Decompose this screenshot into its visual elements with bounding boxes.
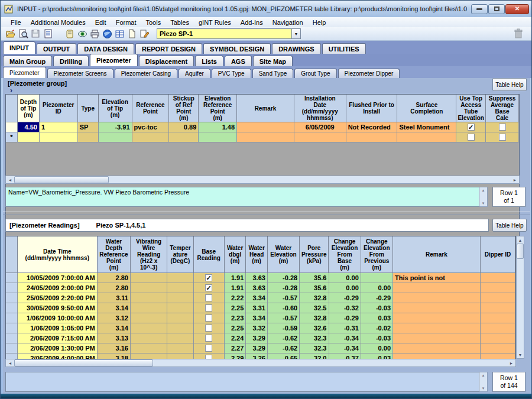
dipper-id-cell[interactable] xyxy=(481,273,515,283)
surface-completion-cell[interactable]: Steel Monument xyxy=(397,122,456,132)
scroll-right-icon[interactable]: ► xyxy=(511,176,519,183)
water-head-cell[interactable]: 3.63 xyxy=(246,283,268,293)
scroll-left-icon[interactable]: ◄ xyxy=(6,359,14,366)
water-depth-ref-cell[interactable]: 3.13 xyxy=(98,333,131,343)
depth-of-tip-cell[interactable]: 4.50 xyxy=(18,122,40,132)
water-head-cell[interactable]: 3.29 xyxy=(246,343,268,353)
change-from-base-cell[interactable]: -0.31 xyxy=(329,323,361,333)
table-help-button-group[interactable]: Table Help xyxy=(492,78,527,91)
table-icon[interactable] xyxy=(113,28,125,40)
tab-main[interactable]: REPORT DESIGN xyxy=(135,43,202,54)
date-time-cell[interactable]: 1/06/2009 1:05:00 PM xyxy=(18,323,98,333)
remark-cell[interactable] xyxy=(393,323,481,333)
column-header[interactable]: Suppress Average Base Calc xyxy=(486,95,519,122)
suppress-average-checkbox[interactable] xyxy=(499,124,506,131)
pore-pressure-cell[interactable]: 32.5 xyxy=(300,303,329,313)
water-depth-ref-cell[interactable]: 3.14 xyxy=(98,303,131,313)
column-header[interactable]: Water dbgl (m) xyxy=(225,236,246,273)
row-selector[interactable] xyxy=(6,313,18,323)
column-header[interactable]: Remark xyxy=(237,95,294,122)
water-depth-ref-cell[interactable]: 3.11 xyxy=(98,293,131,303)
type-cell[interactable]: SP xyxy=(78,122,99,132)
column-header[interactable]: Water Elevation (m) xyxy=(268,236,300,273)
water-head-cell[interactable]: 3.29 xyxy=(246,333,268,343)
remark-cell[interactable] xyxy=(393,313,481,323)
water-depth-ref-cell[interactable]: 2.80 xyxy=(98,273,131,283)
tab-sub[interactable]: Piezometer xyxy=(3,67,46,78)
globe-icon[interactable] xyxy=(101,28,113,40)
water-dbgl-cell[interactable]: 2.25 xyxy=(225,323,246,333)
table-row[interactable]: 10/05/2009 7:00:00 AM 2.80 1.91 3.63 -0.… xyxy=(6,273,515,283)
pane-splitter[interactable] xyxy=(3,212,530,215)
tab-sub[interactable]: Grout Type xyxy=(294,69,336,78)
remark-cell[interactable] xyxy=(393,283,481,293)
temperature-cell[interactable] xyxy=(167,283,193,293)
combo-dropdown-icon[interactable]: ▼ xyxy=(291,29,300,38)
elevation-of-tip-cell[interactable]: -3.91 xyxy=(99,122,132,132)
readings-horizontal-scrollbar[interactable]: ◄ ► xyxy=(5,359,516,367)
tab-main[interactable]: DRAWINGS xyxy=(272,43,321,54)
status-scrollbar[interactable]: ▲▼ xyxy=(479,372,488,392)
pore-pressure-cell[interactable]: 32.6 xyxy=(300,323,329,333)
date-time-cell[interactable]: 2/06/2009 7:15:00 AM xyxy=(18,333,98,343)
minimize-button[interactable] xyxy=(471,4,488,14)
date-time-cell[interactable]: 24/05/2009 2:00:00 PM xyxy=(18,283,98,293)
script-icon[interactable] xyxy=(64,28,76,40)
remark-cell[interactable] xyxy=(393,343,481,353)
tab-sub[interactable]: Piezometer Casing xyxy=(115,69,177,78)
tab-group[interactable]: Lists xyxy=(195,56,223,66)
scroll-right-icon[interactable]: ► xyxy=(507,359,515,366)
scroll-left-icon[interactable]: ◄ xyxy=(6,176,14,183)
vibrating-wire-cell[interactable] xyxy=(131,283,167,293)
water-dbgl-cell[interactable]: 2.22 xyxy=(225,293,246,303)
vibrating-wire-cell[interactable] xyxy=(131,303,167,313)
row-selector[interactable] xyxy=(6,122,18,132)
tab-group[interactable]: Drilling xyxy=(53,56,89,66)
water-depth-ref-cell[interactable]: 3.12 xyxy=(98,313,131,323)
new-file-icon[interactable] xyxy=(126,28,138,40)
table-row[interactable]: 1/06/2009 10:00:00 AM 3.12 2.23 3.34 -0.… xyxy=(6,313,515,323)
table-row[interactable]: 30/05/2009 9:50:00 AM 3.14 2.25 3.31 -0.… xyxy=(6,303,515,313)
close-button[interactable]: ✕ xyxy=(505,4,529,14)
change-from-base-cell[interactable]: -0.34 xyxy=(329,333,361,343)
column-header[interactable]: Use Top Access Tube Elevation xyxy=(456,95,486,122)
column-header[interactable]: Elevation of Tip (m) xyxy=(99,95,132,122)
delete-icon[interactable] xyxy=(512,28,524,40)
base-reading-checkbox[interactable] xyxy=(205,335,212,342)
reference-point-cell[interactable]: pvc-toc xyxy=(132,122,170,132)
water-elevation-cell[interactable]: -0.62 xyxy=(268,333,300,343)
column-header[interactable]: Date Time (dd/mm/yyyy hhmmss) xyxy=(18,236,98,273)
tab-sub[interactable]: Aquifer xyxy=(179,69,210,78)
piezometer-select[interactable]: Piezo SP-1 ▼ xyxy=(157,28,301,39)
temperature-cell[interactable] xyxy=(167,303,193,313)
water-depth-ref-cell[interactable]: 2.80 xyxy=(98,283,131,293)
dipper-id-cell[interactable] xyxy=(481,293,515,303)
change-from-previous-cell[interactable] xyxy=(361,273,393,283)
change-from-previous-cell[interactable]: -0.03 xyxy=(361,303,393,313)
column-header[interactable]: Installation Date (dd/mm/yyyy hhmmss) xyxy=(294,95,346,122)
change-from-base-cell[interactable]: 0.00 xyxy=(329,273,361,283)
vibrating-wire-cell[interactable] xyxy=(131,313,167,323)
tab-group[interactable]: AGS xyxy=(225,56,252,66)
temperature-cell[interactable] xyxy=(167,313,193,323)
base-reading-cell[interactable] xyxy=(194,303,225,313)
pore-pressure-cell[interactable]: 32.3 xyxy=(300,333,329,343)
table-row[interactable]: 2/06/2009 7:15:00 AM 3.13 2.24 3.29 -0.6… xyxy=(6,333,515,343)
column-header[interactable]: Water Head (m) xyxy=(246,236,268,273)
water-dbgl-cell[interactable]: 2.24 xyxy=(225,333,246,343)
water-elevation-cell[interactable]: -0.57 xyxy=(268,313,300,323)
dipper-id-cell[interactable] xyxy=(481,313,515,323)
water-dbgl-cell[interactable]: 2.27 xyxy=(225,343,246,353)
tab-sub[interactable]: Piezometer Dipper xyxy=(338,69,400,78)
temperature-cell[interactable] xyxy=(167,333,193,343)
change-from-previous-cell[interactable]: 0.03 xyxy=(361,313,393,323)
change-from-base-cell[interactable]: 0.00 xyxy=(329,283,361,293)
scroll-thumb[interactable] xyxy=(517,244,524,259)
menu-item[interactable]: Tools xyxy=(141,18,166,27)
row-selector[interactable] xyxy=(6,293,18,303)
column-header[interactable]: Surface Completion xyxy=(397,95,456,122)
change-from-base-cell[interactable]: -0.34 xyxy=(329,343,361,353)
temperature-cell[interactable] xyxy=(167,343,193,353)
maximize-button[interactable] xyxy=(488,4,505,14)
water-elevation-cell[interactable]: -0.28 xyxy=(268,283,300,293)
